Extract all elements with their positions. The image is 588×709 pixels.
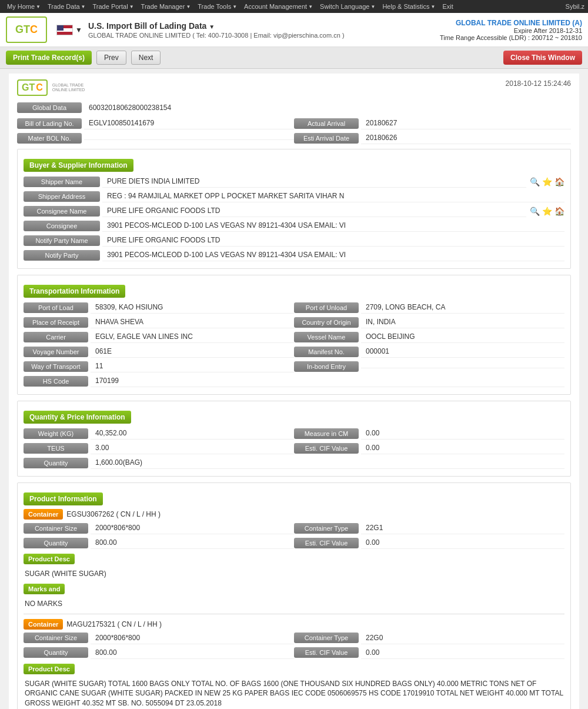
print-record-button[interactable]: Print Trade Record(s) [6,51,92,65]
master-bol-label: Mater BOL No. [17,133,82,144]
global-data-value: 600320180628000238154 [84,102,176,114]
shipper-address-label: Shipper Address [24,191,100,202]
consignee-name-value: PURE LIFE ORGANIC FOODS LTD [102,205,526,217]
star-icon[interactable]: ⭐ [542,177,552,187]
container-1-value: EGSU3067262 ( CN / L / HH ) [66,510,161,518]
record-logo: GTC GLOBAL TRADEONLINE LIMITED [17,79,85,96]
nav-trade-tools[interactable]: Trade Tools▼ [194,3,240,10]
nav-trade-portal[interactable]: Trade Portal▼ [89,3,138,10]
us-flag [56,25,73,35]
home-icon-2[interactable]: 🏠 [554,207,564,216]
transport-bond-row: Way of Transport 11 In-bond Entry [24,360,564,372]
consignee-name-label: Consignee Name [24,206,100,217]
consignee-name-icons: 🔍 ⭐ 🏠 [530,207,564,216]
vessel-name-value: OOCL BEIJING [361,331,564,343]
container-2-product-desc-value: SUGAR (WHITE SUGAR) TOTAL 1600 BAGS ONLY… [24,677,564,709]
quantity-value: 1,600.00(BAG) [91,457,564,469]
quantity-price-section: Quantity & Price Information Weight (KG)… [17,401,571,477]
container-1-size-value: 2000*806*800 [91,522,294,534]
bol-row: Bill of Lading No. EGLV100850141679 Actu… [17,117,571,129]
container-2-cif-value: 0.00 [361,647,564,659]
port-of-unload-label: Port of Unload [294,302,359,313]
esti-cif-value: 0.00 [361,442,564,454]
prev-button[interactable]: Prev [96,51,126,65]
header-bar: GTC ▼ U.S. Import Bill of Lading Data ▼ … [0,13,588,47]
quantity-label: Quantity [24,458,88,468]
company-name: GLOBAL TRADE ONLINE LIMITED (A) [440,19,582,27]
shipper-name-row: Shipper Name PURE DIETS INDIA LIMITED 🔍 … [24,175,564,188]
container-1-cif-label: Esti. CIF Value [294,538,359,548]
search-icon-2[interactable]: 🔍 [530,207,540,216]
container-1-marks-label: Marks and [24,584,65,594]
container-2-type-label: Container Type [294,633,359,643]
global-data-row: Global Data 600320180628000238154 [17,102,571,114]
carrier-vessel-row: Carrier EGLV, EAGLE VAN LINES INC Vessel… [24,331,564,343]
nav-my-home[interactable]: My Home▼ [4,3,44,10]
country-of-origin-label: Country of Origin [294,317,359,328]
container-2-cif-label: Esti. CIF Value [294,647,359,658]
nav-switch-lang[interactable]: Switch Language▼ [316,3,379,10]
container-2-header: Container MAGU2175321 ( CN / L / HH ) [24,619,564,630]
flag-area[interactable]: ▼ [56,25,82,35]
record-timestamp: 2018-10-12 15:24:46 [506,79,571,88]
container-2-qty-label: Quantity [24,647,88,658]
container-1-type-value: 22G1 [361,522,564,534]
container-2-product-desc-section: Product Desc SUGAR (WHITE SUGAR) TOTAL 1… [24,661,564,709]
logo-area: GTC [6,16,47,43]
container-2-product-desc-label: Product Desc [24,664,75,674]
vessel-name-label: Vessel Name [294,332,359,342]
receipt-origin-row: Place of Receipt NHAVA SHEVA Country of … [24,316,564,328]
container-2-qty-value: 800.00 [91,647,294,659]
home-icon[interactable]: 🏠 [554,177,564,187]
star-icon-2[interactable]: ⭐ [542,207,552,216]
container-1-qty-cif: Quantity 800.00 Esti. CIF Value 0.00 [24,537,564,549]
actual-arrival-label: Actual Arrival [294,118,359,129]
product-info-header: Product Information [24,492,103,505]
container-1-product-desc-section: Product Desc SUGAR (WHITE SUGAR) [24,551,564,581]
weight-measure-row: Weight (KG) 40,352.00 Measure in CM 0.00 [24,427,564,440]
consignee-name-row: Consignee Name PURE LIFE ORGANIC FOODS L… [24,205,564,217]
container-1-qty-value: 800.00 [91,537,294,549]
record-header: GTC GLOBAL TRADEONLINE LIMITED 2018-10-1… [17,79,571,96]
container-1-product-desc-value: SUGAR (WHITE SUGAR) [24,567,564,581]
place-of-receipt-label: Place of Receipt [24,317,88,328]
container-1-header: Container EGSU3067262 ( CN / L / HH ) [24,509,564,520]
in-bond-entry-value [361,364,564,368]
notify-party-name-row: Notify Party Name PURE LIFE ORGANIC FOOD… [24,234,564,247]
container-2-qty-cif: Quantity 800.00 Esti. CIF Value 0.00 [24,647,564,659]
time-range-info: Time Range Accessible (LDR) : 200712 ~ 2… [440,34,582,41]
buyer-supplier-section: Buyer & Supplier Information Shipper Nam… [17,149,571,269]
container-2-size-label: Container Size [24,633,88,643]
next-button[interactable]: Next [131,51,161,65]
way-of-transport-value: 11 [91,360,294,372]
global-data-label: Global Data [17,102,82,113]
container-1-label: Container [24,509,63,520]
container-1-marks-section: Marks and NO MARKS [24,581,564,611]
nav-account-mgmt[interactable]: Account Management▼ [240,3,316,10]
nav-exit[interactable]: Exit [439,3,456,10]
teus-value: 3.00 [91,442,294,454]
consignee-row: Consignee 3901 PECOS-MCLEOD D-100 LAS VE… [24,219,564,232]
nav-trade-manager[interactable]: Trade Manager▼ [138,3,195,10]
shipper-address-row: Shipper Address REG : 94 RAMJILAL MARKET… [24,190,564,202]
voyage-manifest-row: Voyage Number 061E Manifest No. 000001 [24,345,564,358]
port-of-unload-value: 2709, LONG BEACH, CA [361,301,564,314]
transportation-header: Transportation Information [24,285,125,298]
notify-party-name-label: Notify Party Name [24,235,100,246]
shipper-name-label: Shipper Name [24,177,100,187]
bol-value: EGLV100850141679 [84,117,294,129]
close-window-button[interactable]: Close This Window [503,51,582,65]
transportation-section: Transportation Information Port of Load … [17,275,571,395]
search-icon[interactable]: 🔍 [530,177,540,187]
carrier-value: EGLV, EAGLE VAN LINES INC [91,331,294,343]
master-bol-value [84,136,294,140]
nav-help[interactable]: Help & Statistics▼ [379,3,439,10]
consignee-label: Consignee [24,221,100,231]
consignee-value: 3901 PECOS-MCLEOD D-100 LAS VEGAS NV 891… [102,219,564,232]
record-logo-box: GTC [17,79,48,96]
username: Sybil.z [566,3,584,10]
nav-trade-data[interactable]: Trade Data▼ [44,3,89,10]
container-2-size-value: 2000*806*800 [91,632,294,644]
notify-party-label: Notify Party [24,250,100,261]
measure-cm-label: Measure in CM [294,428,359,439]
